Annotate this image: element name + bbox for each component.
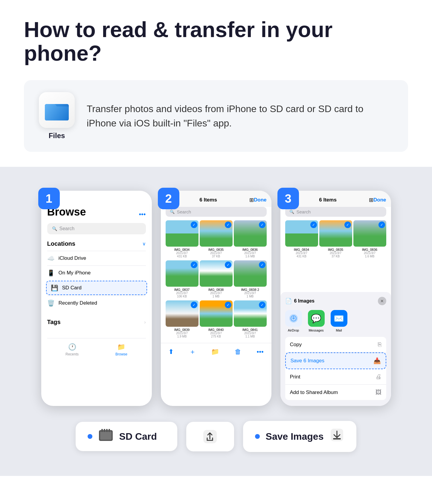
- photo-date: 2021/3/7: [166, 332, 198, 335]
- icloud-drive-label: iCloud Drive: [59, 255, 86, 261]
- list-item[interactable]: ✓ IMG_08342021/3/7431 KB: [166, 220, 199, 259]
- list-item[interactable]: ✓ IMG_08392021/3/71.9 MB: [166, 300, 199, 339]
- mail-share-item[interactable]: ✉️ Mail: [331, 310, 347, 332]
- photo-search-3[interactable]: 🔍 Search: [285, 207, 386, 217]
- share-sheet-header: 📄 6 Images ✕: [285, 297, 386, 305]
- browse-search-bar[interactable]: 🔍 Search: [47, 223, 146, 234]
- icloud-drive-item[interactable]: ☁️ iCloud Drive: [47, 251, 146, 265]
- items-count-3: 6 Items: [287, 197, 369, 203]
- photo-size: 431 KB: [166, 255, 198, 258]
- svg-rect-9: [109, 429, 110, 432]
- search-placeholder-text: Search: [59, 226, 75, 231]
- delete-toolbar-icon[interactable]: 🗑: [235, 348, 241, 356]
- photo-grid-2: ✓ IMG_08342021/3/7431 KB ✓ IMG_08352021/…: [161, 220, 271, 339]
- svg-rect-7: [104, 429, 105, 432]
- add-to-shared-album-label: Add to Shared Album: [290, 390, 338, 395]
- done-btn-3[interactable]: Done: [373, 197, 386, 203]
- photo-date: 2021/3/7: [200, 332, 232, 335]
- tags-chevron: ›: [144, 320, 146, 325]
- photo-name: IMG_0838 2: [234, 288, 266, 291]
- share-sheet-title-text: 6 Images: [294, 298, 315, 304]
- bottom-section: 1 Browse ••• 🔍 Search Locations ∨: [0, 167, 432, 476]
- photo-size: 37 KB: [200, 255, 232, 258]
- recents-tab[interactable]: 🕐 Recents: [65, 343, 79, 356]
- save-images-icon: 📥: [373, 357, 381, 364]
- list-item[interactable]: ✓ IMG_08352021/3/737 KB: [200, 220, 233, 259]
- list-item[interactable]: ✓ IMG_0838 22021/3/71 MB: [234, 260, 267, 299]
- done-btn-2[interactable]: Done: [254, 197, 267, 203]
- shared-album-icon: 🖼: [375, 389, 381, 396]
- more-toolbar-icon[interactable]: •••: [257, 348, 264, 356]
- airdrop-label: AirDrop: [288, 329, 299, 332]
- list-item[interactable]: ✓ IMG_08352021/3/737 KB: [319, 220, 352, 259]
- airdrop-share-item[interactable]: AirDrop: [285, 310, 302, 332]
- list-item[interactable]: ✓ IMG_08412021/3/71.1 MB: [234, 300, 267, 339]
- list-item[interactable]: ✓ IMG_08362021/3/71.6 MB: [353, 220, 386, 259]
- check-badge: ✓: [259, 262, 265, 268]
- browse-tab[interactable]: 📁 Browse: [115, 343, 127, 356]
- photo-size: 37 KB: [320, 255, 352, 258]
- grid-icon-3: ⊞: [369, 197, 373, 203]
- add-toolbar-icon[interactable]: ＋: [189, 347, 196, 356]
- sd-card-item[interactable]: 💾 SD Card: [46, 281, 147, 295]
- airdrop-icon: [285, 310, 302, 327]
- save-images-callout-label: Save Images: [266, 431, 324, 442]
- print-icon: 🖨: [375, 373, 381, 380]
- tags-label: Tags: [47, 319, 61, 326]
- recently-deleted-item[interactable]: 🗑️ Recently Deleted: [47, 296, 146, 310]
- doc-icon: 📄: [285, 298, 292, 304]
- photo-size: 275 KB: [200, 335, 232, 338]
- copy-action[interactable]: Copy ⎘: [285, 337, 386, 352]
- check-badge: ✓: [225, 302, 231, 308]
- photo-date: 2021/3/7: [234, 332, 266, 335]
- add-to-shared-album-action[interactable]: Add to Shared Album 🖼: [285, 385, 386, 400]
- sd-card-label: SD Card: [62, 285, 82, 291]
- photo-search-icon-3: 🔍: [289, 210, 294, 214]
- list-item[interactable]: ✓ IMG_08382021/3/71 MB: [200, 260, 233, 299]
- share-sheet-title: 📄 6 Images: [285, 298, 315, 304]
- svg-rect-6: [101, 429, 103, 432]
- share-callout: [186, 422, 234, 451]
- mail-emoji: ✉️: [334, 314, 344, 323]
- step-2-wrapper: 2 ‹ 6 Items ⊞ Done 🔍 Search: [161, 191, 271, 406]
- list-item[interactable]: ✓ IMG_08342021/3/7431 KB: [285, 220, 318, 259]
- photo-name: IMG_0834: [286, 248, 317, 251]
- photo-size: 1 MB: [234, 295, 266, 298]
- iphone-icon: 📱: [47, 269, 54, 277]
- photo-date: 2021/3/7: [166, 251, 198, 255]
- save-images-label: Save 6 Images: [291, 358, 324, 364]
- connector-dot-1: [88, 434, 92, 439]
- recents-label: Recents: [65, 352, 79, 356]
- on-my-iphone-item[interactable]: 📱 On My iPhone: [47, 265, 146, 280]
- photo-name: IMG_0841: [234, 328, 266, 332]
- photo-size: 1.9 MB: [166, 335, 198, 338]
- browse-screen: Browse ••• 🔍 Search Locations ∨ ☁️ iClou…: [41, 191, 152, 362]
- files-app-icon: Files: [39, 92, 75, 140]
- items-count-2: 6 Items: [167, 197, 249, 203]
- photo-search-2[interactable]: 🔍 Search: [166, 207, 267, 217]
- mail-icon: ✉️: [331, 310, 347, 327]
- svg-rect-12: [333, 438, 341, 439]
- share-sheet-close[interactable]: ✕: [378, 297, 386, 305]
- intro-description: Transfer photos and videos from iPhone t…: [87, 102, 393, 130]
- tags-section: Tags ›: [47, 315, 146, 329]
- sd-card-callout-icon: [98, 428, 113, 445]
- share-toolbar-icon[interactable]: ⬆: [168, 348, 174, 356]
- callouts-row: SD Card Save Images: [18, 421, 414, 452]
- save-images-action[interactable]: Save 6 Images 📥: [285, 352, 386, 369]
- list-item[interactable]: ✓ IMG_08362021/3/71.6 MB: [234, 220, 267, 259]
- messages-share-item[interactable]: 💬 Messages: [308, 310, 325, 332]
- browse-label: Browse: [115, 352, 127, 356]
- share-actions: Copy ⎘ Save 6 Images 📥 Print 🖨 Add t: [285, 337, 386, 400]
- list-item[interactable]: ✓ IMG_08402021/3/7275 KB: [200, 300, 233, 339]
- photo-screen-2: ‹ 6 Items ⊞ Done 🔍 Search ✓ IMG_08342021…: [161, 191, 271, 361]
- icloud-icon: ☁️: [47, 255, 54, 262]
- bottom-tabs: 🕐 Recents 📁 Browse: [47, 338, 146, 362]
- photo-name: IMG_0836: [354, 248, 386, 251]
- list-item[interactable]: ✓ IMG_08372021/3/7106 KB: [166, 260, 199, 299]
- folder-toolbar-icon[interactable]: 📁: [211, 348, 219, 356]
- locations-chevron: ∨: [142, 241, 146, 247]
- print-action[interactable]: Print 🖨: [285, 369, 386, 385]
- photo-date: 2021/3/7: [200, 291, 232, 295]
- photo-size: 1.6 MB: [354, 255, 386, 258]
